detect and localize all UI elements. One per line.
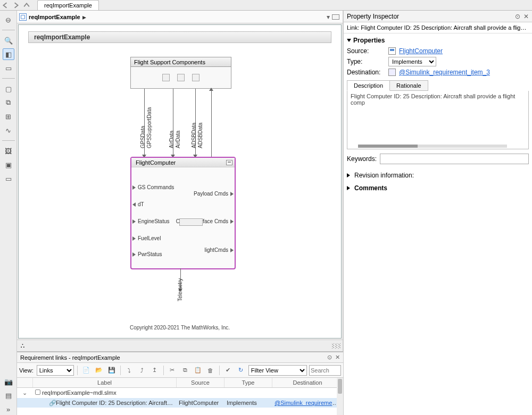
model-icon bbox=[19, 13, 27, 21]
link-icon: 🔗 bbox=[49, 400, 54, 405]
breadcrumb-root[interactable]: reqImportExample bbox=[29, 14, 80, 20]
editor-status-bar: ⛬ bbox=[17, 340, 343, 351]
keywords-row: Keywords: bbox=[344, 149, 532, 168]
expand-icon[interactable]: » bbox=[3, 403, 14, 415]
table-row-selected[interactable]: 🔗Flight Computer ID: 25 Description: Air… bbox=[17, 398, 343, 408]
chevron-down-icon[interactable]: ⌄ bbox=[22, 389, 27, 396]
resize-grip-icon[interactable] bbox=[332, 343, 340, 349]
chevron-down-icon bbox=[347, 39, 351, 42]
link-summary-text: Link: Flight Computer ID: 25 Description… bbox=[344, 22, 532, 33]
import-icon[interactable]: ⤵ bbox=[124, 365, 135, 376]
comments-section-header[interactable]: Comments bbox=[344, 181, 532, 194]
tab-description[interactable]: Description bbox=[347, 80, 390, 91]
save-icon[interactable]: 💾 bbox=[106, 365, 117, 376]
box-icon[interactable]: ▢ bbox=[3, 83, 14, 95]
filter-select[interactable]: Filter View bbox=[248, 365, 307, 376]
type-label: Type: bbox=[347, 58, 385, 65]
flight-support-components-block[interactable]: Flight Support Components bbox=[130, 57, 231, 89]
destination-row: Destination: @Simulink_requirement_item_… bbox=[344, 67, 532, 77]
paste-icon[interactable]: 📋 bbox=[193, 365, 203, 376]
flight-computer-title: FlightComputer bbox=[136, 159, 176, 166]
port-dt[interactable]: dT bbox=[132, 201, 144, 207]
annotation-badge-icon[interactable] bbox=[226, 160, 232, 165]
delete-icon[interactable]: 🗑 bbox=[205, 365, 216, 376]
destination-link[interactable]: @Simulink_requirement_item_3 bbox=[275, 400, 343, 406]
port-engine-status[interactable]: EngineStatus bbox=[132, 218, 170, 224]
port-light-cmds[interactable]: lightCmds bbox=[205, 247, 234, 253]
record-icon[interactable]: ▤ bbox=[3, 389, 14, 401]
export-icon[interactable]: ⤴ bbox=[137, 365, 147, 376]
pin-icon[interactable] bbox=[332, 14, 339, 20]
image-icon[interactable]: 🖼 bbox=[3, 145, 14, 157]
viewmark-icon[interactable]: ▭ bbox=[3, 173, 14, 184]
col-dest[interactable]: Destination bbox=[272, 378, 343, 387]
revision-section-header[interactable]: Revision information: bbox=[344, 168, 532, 181]
signal-arrow-icon bbox=[209, 88, 213, 91]
col-label[interactable]: Label bbox=[33, 378, 177, 387]
signal-label: AirData bbox=[169, 131, 174, 148]
cut-icon[interactable]: ✂ bbox=[167, 365, 178, 376]
req-grid[interactable]: Label Source Type Destination ⌄ reqImpor… bbox=[17, 378, 343, 415]
tab-rationale[interactable]: Rationale bbox=[390, 80, 428, 91]
signal-label: GPSSupportData bbox=[146, 107, 152, 148]
source-link[interactable]: FlightComputer bbox=[399, 47, 443, 55]
keywords-label: Keywords: bbox=[347, 155, 377, 163]
window-controls-icon[interactable]: ▾ bbox=[327, 13, 330, 21]
check-icon[interactable]: ✔ bbox=[223, 365, 234, 376]
view-label: View: bbox=[19, 367, 34, 374]
zoom-icon[interactable]: 🔍 bbox=[3, 35, 14, 46]
open-icon[interactable]: 📂 bbox=[94, 365, 104, 376]
nav-forward-icon[interactable] bbox=[11, 1, 21, 10]
keywords-input[interactable] bbox=[380, 154, 529, 164]
editor-tab[interactable]: reqImportExample bbox=[37, 0, 99, 10]
fsc-body bbox=[131, 67, 231, 88]
vertical-scrollbar[interactable] bbox=[337, 378, 343, 415]
annotation-icon[interactable]: ▭ bbox=[3, 62, 14, 74]
camera-icon[interactable]: 📷 bbox=[3, 376, 14, 387]
new-icon[interactable]: 📄 bbox=[81, 365, 92, 376]
promote-icon[interactable]: ↥ bbox=[149, 365, 160, 376]
minimize-icon[interactable]: ⊙ bbox=[515, 13, 520, 20]
telemetry-label: Telemetry bbox=[177, 278, 183, 301]
signal-icon[interactable]: ∿ bbox=[3, 124, 14, 136]
horizontal-scrollbar[interactable] bbox=[358, 145, 507, 148]
properties-section-header[interactable]: Properties bbox=[344, 33, 532, 46]
top-nav-bar: reqImportExample bbox=[0, 0, 532, 11]
close-icon[interactable]: ✕ bbox=[523, 13, 529, 20]
editor-tab-label: reqImportExample bbox=[44, 2, 92, 9]
nav-up-icon[interactable] bbox=[22, 1, 31, 10]
fit-to-view-icon[interactable]: ◧ bbox=[3, 48, 14, 60]
signal-label: AirData bbox=[175, 131, 181, 148]
fc-sub-block[interactable] bbox=[179, 218, 203, 226]
library-browser-icon[interactable]: ⧉ bbox=[3, 97, 14, 108]
area-icon[interactable]: ▣ bbox=[3, 159, 14, 171]
search-input[interactable] bbox=[309, 365, 341, 376]
destination-link[interactable]: @Simulink_requirement_item_3 bbox=[399, 69, 490, 76]
nav-back-icon[interactable] bbox=[1, 1, 10, 10]
req-toolbar: View: Links 📄 📂 💾 ⤵ ⤴ ↥ ✂ ⧉ 📋 🗑 ✔ ↻ Filt… bbox=[17, 363, 343, 378]
port-fuel-level[interactable]: FuelLevel bbox=[132, 235, 161, 241]
minimize-icon[interactable]: ⊙ bbox=[327, 354, 332, 361]
close-icon[interactable]: ✕ bbox=[335, 354, 340, 361]
col-type[interactable]: Type bbox=[225, 378, 272, 387]
port-pwr-status[interactable]: PwrStatus bbox=[132, 251, 162, 257]
port-gs-commands[interactable]: GS Commands bbox=[132, 184, 174, 190]
copy-icon[interactable]: ⧉ bbox=[180, 365, 190, 376]
breadcrumb-arrow-icon[interactable]: ▸ bbox=[82, 13, 86, 21]
port-payload-cmds[interactable]: Payload Cmds bbox=[194, 191, 234, 197]
col-source[interactable]: Source bbox=[177, 378, 225, 387]
hide-toolstrip-icon[interactable]: ⊖ bbox=[3, 14, 14, 26]
model-canvas[interactable]: reqImportExample Flight Support Componen… bbox=[18, 24, 342, 338]
refresh-icon[interactable]: ↻ bbox=[236, 365, 246, 376]
table-row[interactable]: ⌄ reqImportExample~mdl.slmx bbox=[17, 388, 343, 398]
type-select[interactable]: Implements bbox=[388, 57, 436, 66]
flight-computer-block[interactable]: FlightComputer GS Commands dT EngineStat… bbox=[130, 157, 236, 269]
chevron-right-icon bbox=[347, 173, 352, 177]
fsc-sub-icon bbox=[162, 74, 170, 81]
view-select[interactable]: Links bbox=[37, 365, 74, 376]
description-text-area[interactable]: Flight Computer ID: 25 Description: Airc… bbox=[347, 91, 529, 149]
fsc-sub-icon bbox=[192, 74, 200, 81]
model-title-bar: reqImportExample bbox=[28, 31, 331, 43]
hierarchy-icon[interactable]: ⛬ bbox=[19, 342, 26, 350]
model-browser-icon[interactable]: ⊞ bbox=[3, 111, 14, 122]
